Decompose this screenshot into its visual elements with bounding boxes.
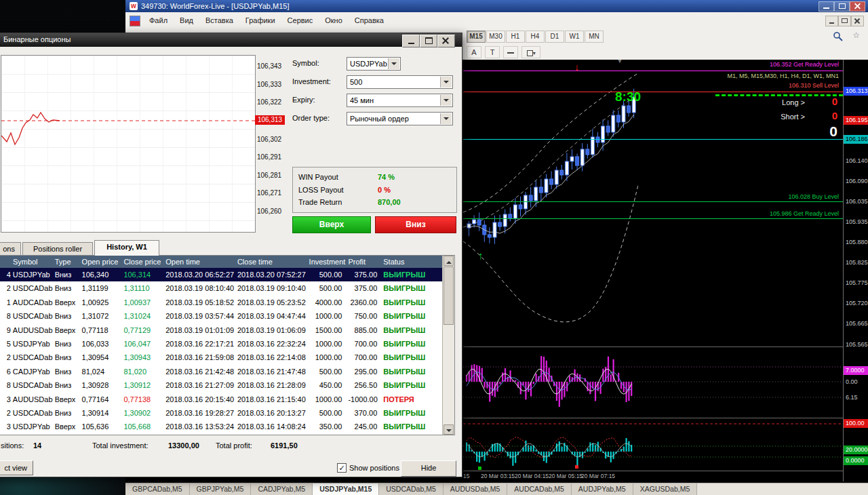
chevron-down-icon[interactable] [388, 58, 399, 69]
favorites-icon[interactable]: ☆ [852, 31, 860, 40]
tab-positions[interactable]: ons [0, 242, 21, 255]
close-button[interactable] [850, 1, 865, 12]
table-scrollbar[interactable] [442, 256, 454, 435]
child-close-button[interactable] [851, 16, 864, 26]
column-header-Status[interactable]: Status [381, 256, 443, 268]
column-header-Open time[interactable]: Open time [163, 256, 235, 268]
symbol-select[interactable]: USDJPYab [347, 57, 401, 71]
scrollbar-thumb[interactable] [443, 266, 454, 325]
dialog-minimize-button[interactable] [402, 35, 420, 47]
chart-tab-XAGUSDab,M5[interactable]: XAGUSDab,M5 [633, 483, 698, 495]
column-header-Open price[interactable]: Open price [80, 256, 122, 268]
call-up-button[interactable]: Вверх [292, 216, 371, 233]
timeframe-W1[interactable]: W1 [565, 31, 584, 43]
timeframe-H1[interactable]: H1 [506, 31, 525, 43]
compact-view-button[interactable]: ct view [0, 460, 33, 475]
chart-tab-CADJPYab,M5[interactable]: CADJPYab,M5 [251, 483, 313, 495]
text-label-tool[interactable]: A [467, 46, 481, 58]
column-header-Investment[interactable]: Investment [307, 256, 347, 268]
indicator1-macd[interactable] [463, 347, 843, 418]
minimize-button[interactable] [818, 1, 834, 12]
column-header-Profit[interactable]: Profit [346, 256, 381, 268]
pane-separator[interactable] [463, 418, 868, 418]
cell-symbol: USDCADab [11, 378, 53, 392]
green-dashed-level-line[interactable] [715, 94, 843, 96]
binary-options-dialog[interactable]: Бинарные опционы 106,343106,333106,32210… [0, 33, 462, 477]
maximize-button[interactable] [834, 1, 850, 12]
price-axis[interactable]: 106.313 106.195 106.186 106.140106.09010… [843, 60, 868, 481]
chart-tab-GBPCADab,M5[interactable]: GBPCADab,M5 [125, 483, 190, 495]
menu-item-Графики[interactable]: Графики [239, 12, 281, 28]
chevron-down-icon[interactable] [440, 113, 452, 124]
menu-item-Файл[interactable]: Файл [143, 12, 174, 28]
timeframe-MN[interactable]: MN [585, 31, 604, 43]
expiry-select[interactable]: 45 мин [347, 94, 453, 107]
chart-tab-AUDUSDab,M5[interactable]: AUDUSDab,M5 [443, 483, 508, 495]
investment-select[interactable]: 500 [347, 75, 453, 89]
menu-item-Окно[interactable]: Окно [319, 12, 349, 28]
table-row[interactable]: 8USDCADabВниз1,309281,309122018.03.16 21… [0, 378, 443, 392]
table-row[interactable]: 3USDJPYabВверх105,636105,6682018.03.16 1… [0, 420, 443, 433]
hline-tool[interactable] [503, 46, 518, 58]
menu-item-Вставка[interactable]: Вставка [199, 12, 239, 28]
get-ready-bottom-line[interactable] [463, 218, 843, 219]
menu-item-Вид[interactable]: Вид [174, 12, 199, 28]
cell-symbol: USDJPYab [11, 268, 53, 281]
dialog-maximize-button[interactable] [420, 35, 437, 47]
table-row[interactable]: 2USDCADabВниз1,311991,311102018.03.19 08… [0, 281, 443, 295]
dialog-title-bar[interactable]: Бинарные опционы [0, 33, 462, 47]
sell-level-line[interactable] [463, 92, 843, 92]
timeframe-M15[interactable]: M15 [467, 31, 486, 43]
table-row[interactable]: 2USDCADabВниз1,309141,309022018.03.16 19… [0, 406, 443, 420]
column-header-Symbol[interactable]: Symbol [11, 256, 53, 268]
indicator2-stochastic[interactable] [463, 418, 843, 471]
column-header-Type[interactable]: Type [53, 256, 80, 268]
chevron-down-icon[interactable] [440, 77, 452, 87]
column-header-id[interactable] [0, 256, 11, 268]
scroll-up-icon[interactable] [443, 256, 454, 266]
child-restore-button[interactable] [838, 16, 851, 26]
table-row[interactable]: 6CADJPYabВниз81,02481,0202018.03.16 21:4… [0, 365, 443, 378]
price-chart[interactable]: 106.352 Get Ready Level M1, M5, M15,M30,… [463, 60, 868, 481]
child-minimize-button[interactable] [825, 16, 838, 26]
put-down-button[interactable]: Вниз [375, 216, 456, 233]
chart-tab-AUDJPYab,M5[interactable]: AUDJPYab,M5 [572, 483, 633, 495]
title-bar[interactable]: w 349730: WorldForex-Live - [USDJPYab,M1… [125, 0, 868, 12]
table-row[interactable]: 4USDJPYabВниз106,340106,3142018.03.20 06… [0, 268, 443, 281]
hide-button[interactable]: Hide [401, 460, 456, 477]
scroll-down-icon[interactable] [443, 424, 454, 435]
dialog-close-button[interactable] [437, 35, 455, 47]
time-axis[interactable]: 1520 Mar 03:1520 Mar 04:1520 Mar 05:1520… [463, 471, 843, 481]
chart-tab-AUDCADab,M5[interactable]: AUDCADab,M5 [507, 483, 572, 495]
timeframe-D1[interactable]: D1 [545, 31, 564, 43]
column-header-Close price[interactable]: Close price [121, 256, 163, 268]
get-ready-top-line[interactable] [463, 71, 843, 71]
chart-tab-USDJPYab,M15[interactable]: USDJPYab,M15 [313, 483, 379, 495]
table-row[interactable]: 2USDCADabВниз1,309541,309432018.03.16 21… [0, 351, 443, 364]
buy-level-line[interactable] [463, 201, 843, 202]
candlestick-plot[interactable]: 106.352 Get Ready Level M1, M5, M15,M30,… [463, 60, 843, 347]
menu-item-Сервис[interactable]: Сервис [281, 12, 319, 28]
order-type-select[interactable]: Рыночный ордер [347, 112, 453, 125]
pane-separator[interactable] [463, 346, 868, 347]
tab-positions-roller[interactable]: Positions roller [22, 242, 93, 255]
cyan-level-line[interactable] [463, 139, 843, 140]
period-marker-icon: ▼ [616, 60, 623, 64]
table-row[interactable]: 1AUDCADabВверх1,009251,009372018.03.19 0… [0, 296, 443, 309]
shapes-tool[interactable]: ▾ [521, 46, 540, 58]
text-tool[interactable]: T [485, 46, 500, 58]
table-row[interactable]: 9AUDUSDabВверх0,771180,771292018.03.19 0… [0, 323, 443, 337]
table-row[interactable]: 5USDJPYabВниз106,033106,0472018.03.16 22… [0, 337, 443, 351]
chart-tab-GBPJPYab,M5[interactable]: GBPJPYab,M5 [190, 483, 252, 495]
table-row[interactable]: 8USDCADabВниз1,310721,310242018.03.19 03… [0, 309, 443, 323]
show-positions-checkbox[interactable]: ✓ [337, 463, 347, 473]
column-header-Close time[interactable]: Close time [235, 256, 307, 268]
timeframe-M30[interactable]: M30 [486, 31, 505, 43]
tab-history[interactable]: History, W1 [94, 240, 159, 256]
search-icon[interactable] [833, 31, 844, 43]
table-row[interactable]: 3AUDUSDabВверх0,771640,771382018.03.16 2… [0, 393, 443, 406]
timeframe-H4[interactable]: H4 [526, 31, 545, 43]
chevron-down-icon[interactable] [440, 95, 452, 106]
chart-tab-USDCADab,M5[interactable]: USDCADab,M5 [379, 483, 443, 495]
menu-item-Справка[interactable]: Справка [349, 12, 390, 28]
